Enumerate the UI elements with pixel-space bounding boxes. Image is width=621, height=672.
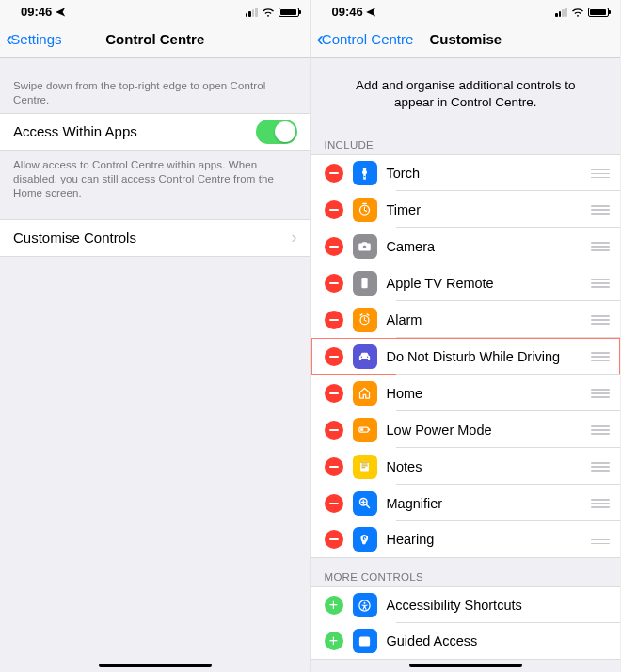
more-controls-list: Accessibility ShortcutsGuided Access bbox=[311, 586, 621, 660]
hint-text: Swipe down from the top-right edge to op… bbox=[0, 58, 310, 113]
alarm-icon bbox=[353, 308, 377, 332]
nav-bar: ‹ Control Centre Customise bbox=[311, 21, 621, 58]
customise-controls-label: Customise Controls bbox=[13, 230, 292, 246]
screen-customise: 09:46 ➤ ‹ Control Centre Customise Add a… bbox=[310, 0, 621, 672]
location-icon: ➤ bbox=[366, 5, 376, 19]
back-label: Settings bbox=[10, 31, 61, 47]
reorder-handle[interactable] bbox=[590, 352, 611, 361]
ear-icon bbox=[353, 527, 377, 552]
reorder-handle[interactable] bbox=[590, 205, 611, 215]
remove-button[interactable] bbox=[325, 347, 343, 366]
status-bar: 09:46 ➤ bbox=[0, 0, 310, 21]
toggle-label: Access Within Apps bbox=[13, 123, 256, 139]
access-within-apps-cell[interactable]: Access Within Apps bbox=[0, 113, 310, 151]
control-row[interactable]: Home bbox=[311, 375, 621, 411]
control-label: Home bbox=[387, 386, 591, 401]
reorder-handle[interactable] bbox=[590, 389, 611, 398]
intro-text: Add and organise additional controls to … bbox=[311, 58, 621, 126]
control-label: Notes bbox=[387, 459, 591, 474]
remove-button[interactable] bbox=[325, 530, 343, 549]
back-button[interactable]: ‹ Control Centre bbox=[317, 29, 414, 50]
access-within-apps-toggle[interactable] bbox=[256, 120, 297, 144]
notes-icon bbox=[353, 455, 377, 479]
control-label: Magnifier bbox=[387, 496, 591, 511]
include-list: TorchTimerCameraApple TV RemoteAlarmDo N… bbox=[311, 154, 621, 558]
control-label: Do Not Disturb While Driving bbox=[387, 349, 591, 364]
status-bar: 09:46 ➤ bbox=[311, 0, 621, 21]
control-row[interactable]: Timer bbox=[311, 191, 621, 228]
chevron-right-icon: › bbox=[292, 228, 297, 248]
control-row[interactable]: Guided Access bbox=[311, 623, 621, 660]
wifi-icon bbox=[571, 8, 584, 17]
remove-button[interactable] bbox=[325, 457, 343, 476]
remove-button[interactable] bbox=[325, 164, 343, 183]
reorder-handle[interactable] bbox=[590, 279, 611, 288]
back-label: Control Centre bbox=[322, 31, 414, 47]
control-label: Alarm bbox=[387, 312, 591, 328]
location-icon: ➤ bbox=[56, 5, 66, 19]
customise-controls-cell[interactable]: Customise Controls › bbox=[0, 219, 310, 257]
toggle-footer: Allow access to Control Centre within ap… bbox=[0, 151, 310, 206]
control-row[interactable]: Torch bbox=[311, 154, 621, 191]
battery-icon bbox=[588, 8, 609, 17]
control-row[interactable]: Low Power Mode bbox=[311, 411, 621, 448]
control-label: Guided Access bbox=[387, 633, 612, 648]
reorder-handle[interactable] bbox=[590, 315, 611, 325]
back-button[interactable]: ‹ Settings bbox=[6, 29, 62, 50]
control-label: Timer bbox=[387, 202, 591, 217]
control-label: Apple TV Remote bbox=[387, 276, 591, 291]
control-label: Hearing bbox=[387, 532, 591, 547]
control-row[interactable]: Do Not Disturb While Driving bbox=[311, 338, 621, 375]
reorder-handle[interactable] bbox=[590, 499, 611, 508]
remove-button[interactable] bbox=[325, 384, 343, 403]
reorder-handle[interactable] bbox=[590, 462, 611, 472]
nav-bar: ‹ Settings Control Centre bbox=[0, 21, 310, 58]
status-time: 09:46 ➤ bbox=[332, 5, 377, 19]
wifi-icon bbox=[262, 8, 275, 17]
cellular-icon bbox=[246, 8, 258, 17]
add-button[interactable] bbox=[325, 632, 343, 650]
battery-icon bbox=[353, 418, 377, 442]
control-row[interactable]: Hearing bbox=[311, 521, 621, 558]
timer-icon bbox=[353, 198, 377, 222]
remove-button[interactable] bbox=[325, 200, 343, 219]
control-row[interactable]: Camera bbox=[311, 228, 621, 264]
home-indicator[interactable] bbox=[409, 664, 522, 667]
more-controls-header: MORE CONTROLS bbox=[311, 558, 621, 586]
control-label: Low Power Mode bbox=[387, 423, 591, 438]
include-header: INCLUDE bbox=[311, 126, 621, 154]
remove-button[interactable] bbox=[325, 311, 343, 329]
remove-button[interactable] bbox=[325, 274, 343, 293]
accessibility-icon bbox=[353, 593, 377, 617]
remove-button[interactable] bbox=[325, 237, 343, 256]
control-row[interactable]: Magnifier bbox=[311, 485, 621, 521]
reorder-handle[interactable] bbox=[590, 536, 611, 545]
home-icon bbox=[353, 381, 377, 406]
remove-button[interactable] bbox=[325, 494, 343, 513]
remove-button[interactable] bbox=[325, 421, 343, 440]
control-row[interactable]: Apple TV Remote bbox=[311, 264, 621, 301]
reorder-handle[interactable] bbox=[590, 425, 611, 435]
camera-icon bbox=[353, 234, 377, 259]
add-button[interactable] bbox=[325, 596, 343, 615]
control-label: Camera bbox=[387, 239, 591, 254]
car-icon bbox=[353, 344, 377, 369]
cellular-icon bbox=[555, 8, 567, 17]
lock-icon bbox=[353, 629, 377, 653]
battery-icon bbox=[279, 8, 299, 17]
torch-icon bbox=[353, 161, 377, 185]
control-label: Accessibility Shortcuts bbox=[387, 598, 612, 613]
control-row[interactable]: Alarm bbox=[311, 301, 621, 338]
reorder-handle[interactable] bbox=[590, 242, 611, 251]
status-time: 09:46 ➤ bbox=[21, 5, 66, 19]
home-indicator[interactable] bbox=[99, 664, 212, 667]
magnifier-icon bbox=[353, 491, 377, 516]
control-row[interactable]: Accessibility Shortcuts bbox=[311, 586, 621, 623]
control-label: Torch bbox=[387, 166, 591, 181]
remote-icon bbox=[353, 271, 377, 296]
control-row[interactable]: Notes bbox=[311, 448, 621, 485]
screen-control-centre: 09:46 ➤ ‹ Settings Control Centre Swipe … bbox=[0, 0, 310, 672]
reorder-handle[interactable] bbox=[590, 169, 611, 179]
